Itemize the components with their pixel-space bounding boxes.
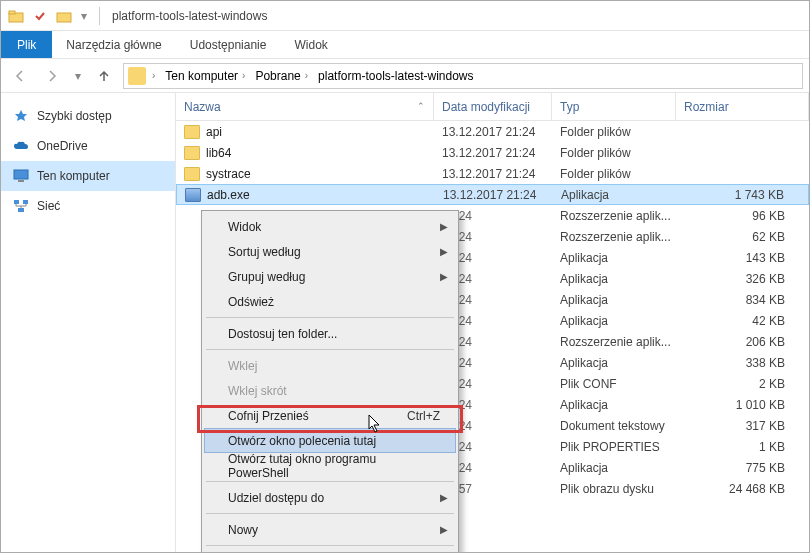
breadcrumb[interactable]: platform-tools-latest-windows (314, 67, 477, 85)
breadcrumb[interactable]: Pobrane› (251, 67, 312, 85)
chevron-right-icon: ▶ (440, 524, 448, 535)
monitor-icon (13, 168, 29, 184)
menu-item: Wklej skrót (204, 378, 456, 403)
menu-shortcut: Ctrl+Z (407, 409, 440, 423)
menu-item[interactable]: Sortuj według▶ (204, 239, 456, 264)
menu-item-label: Otwórz okno polecenia tutaj (228, 434, 376, 448)
nav-network[interactable]: Sieć (1, 191, 175, 221)
menu-item-label: Widok (228, 220, 261, 234)
file-name: lib64 (206, 146, 231, 160)
menu-item[interactable]: Udziel dostępu do▶ (204, 485, 456, 510)
tab-home[interactable]: Narzędzia główne (52, 31, 175, 58)
nav-this-pc[interactable]: Ten komputer (1, 161, 175, 191)
menu-item-label: Nowy (228, 523, 258, 537)
quick-access-toolbar: ▾ (1, 5, 95, 27)
table-row[interactable]: lib6413.12.2017 21:24Folder plików (176, 142, 809, 163)
svg-rect-2 (57, 13, 71, 22)
qat-item[interactable] (53, 5, 75, 27)
file-type: Aplikacja (552, 272, 676, 286)
column-header-date[interactable]: Data modyfikacji (434, 93, 552, 120)
column-header-name[interactable]: Nazwa⌃ (176, 93, 434, 120)
breadcrumb[interactable]: Ten komputer› (161, 67, 249, 85)
file-size: 338 KB (676, 356, 809, 370)
menu-item[interactable]: Nowy▶ (204, 517, 456, 542)
nav-recent-dropdown[interactable]: ▾ (71, 63, 85, 89)
svg-rect-1 (9, 11, 15, 14)
svg-rect-4 (18, 180, 24, 182)
file-size: 317 KB (676, 419, 809, 433)
window-title-bar: ▾ platform-tools-latest-windows (1, 1, 809, 31)
file-type: Plik obrazu dysku (552, 482, 676, 496)
nav-quick-access[interactable]: Szybki dostęp (1, 101, 175, 131)
menu-item[interactable]: Grupuj według▶ (204, 264, 456, 289)
svg-rect-7 (18, 208, 24, 212)
menu-separator (206, 513, 454, 514)
menu-item-label: Dostosuj ten folder... (228, 327, 337, 341)
menu-item-label: Sortuj według (228, 245, 301, 259)
folder-icon (184, 146, 200, 160)
column-header-type[interactable]: Typ (552, 93, 676, 120)
chevron-right-icon: ▶ (440, 246, 448, 257)
tab-view[interactable]: Widok (280, 31, 341, 58)
file-type: Aplikacja (552, 293, 676, 307)
menu-item[interactable]: Właściwości (204, 549, 456, 553)
file-size: 24 468 KB (676, 482, 809, 496)
menu-separator (206, 317, 454, 318)
nav-forward-button[interactable] (39, 63, 65, 89)
table-row[interactable]: api13.12.2017 21:24Folder plików (176, 121, 809, 142)
file-size: 62 KB (676, 230, 809, 244)
file-type: Folder plików (552, 125, 676, 139)
menu-item[interactable]: Otwórz okno polecenia tutaj (204, 428, 456, 453)
cloud-icon (13, 138, 29, 154)
menu-separator (206, 545, 454, 546)
table-row[interactable]: systrace13.12.2017 21:24Folder plików (176, 163, 809, 184)
nav-up-button[interactable] (91, 63, 117, 89)
file-size: 1 743 KB (677, 188, 808, 202)
file-size: 1 KB (676, 440, 809, 454)
file-type: Rozszerzenie aplik... (552, 230, 676, 244)
menu-separator (206, 349, 454, 350)
menu-item-label: Udziel dostępu do (228, 491, 324, 505)
column-header-size[interactable]: Rozmiar (676, 93, 809, 120)
menu-item: Wklej (204, 353, 456, 378)
chevron-right-icon: ▶ (440, 492, 448, 503)
file-size: 775 KB (676, 461, 809, 475)
qat-item[interactable] (29, 5, 51, 27)
file-size: 96 KB (676, 209, 809, 223)
ribbon-tabs: Plik Narzędzia główne Udostępnianie Wido… (1, 31, 809, 59)
network-icon (13, 198, 29, 214)
sort-ascending-icon: ⌃ (417, 101, 425, 111)
column-headers: Nazwa⌃ Data modyfikacji Typ Rozmiar (176, 93, 809, 121)
menu-item-label: Odśwież (228, 295, 274, 309)
menu-item[interactable]: Cofnij PrzenieśCtrl+Z (204, 403, 456, 428)
svg-rect-5 (14, 200, 19, 204)
file-type: Aplikacja (552, 314, 676, 328)
address-bar-row: ▾ › Ten komputer› Pobrane› platform-tool… (1, 59, 809, 93)
nav-back-button[interactable] (7, 63, 33, 89)
file-size: 42 KB (676, 314, 809, 328)
file-size: 2 KB (676, 377, 809, 391)
menu-item[interactable]: Widok▶ (204, 214, 456, 239)
address-bar[interactable]: › Ten komputer› Pobrane› platform-tools-… (123, 63, 803, 89)
file-type: Rozszerzenie aplik... (552, 209, 676, 223)
chevron-right-icon[interactable]: › (152, 70, 155, 81)
explorer-icon (5, 5, 27, 27)
file-type: Aplikacja (552, 398, 676, 412)
menu-separator (206, 481, 454, 482)
file-size: 143 KB (676, 251, 809, 265)
menu-item[interactable]: Odśwież (204, 289, 456, 314)
application-icon (185, 188, 201, 202)
file-type: Folder plików (552, 146, 676, 160)
table-row[interactable]: adb.exe13.12.2017 21:24Aplikacja1 743 KB (176, 184, 809, 205)
menu-item[interactable]: Dostosuj ten folder... (204, 321, 456, 346)
menu-item-label: Cofnij Przenieś (228, 409, 309, 423)
tab-file[interactable]: Plik (1, 31, 52, 58)
menu-item[interactable]: Otwórz tutaj okno programu PowerShell (204, 453, 456, 478)
menu-item-label: Wklej (228, 359, 257, 373)
tab-share[interactable]: Udostępnianie (176, 31, 281, 58)
qat-dropdown[interactable]: ▾ (77, 5, 91, 27)
menu-item-label: Grupuj według (228, 270, 305, 284)
file-type: Dokument tekstowy (552, 419, 676, 433)
chevron-right-icon: ▶ (440, 271, 448, 282)
nav-onedrive[interactable]: OneDrive (1, 131, 175, 161)
